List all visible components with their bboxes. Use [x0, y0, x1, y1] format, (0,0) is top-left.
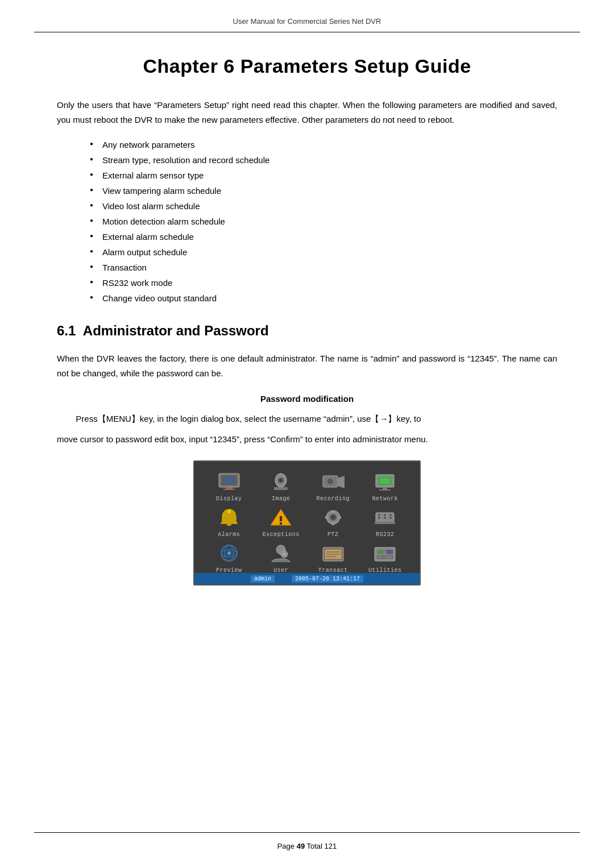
dvr-label-display: Display — [216, 496, 242, 502]
dvr-item-rs232: RS232 — [361, 506, 410, 538]
rs232-icon — [371, 506, 399, 529]
bullet-list: Any network parameters Stream type, reso… — [91, 137, 557, 306]
transact-icon — [320, 542, 347, 565]
display-icon — [215, 471, 243, 493]
svg-point-41 — [227, 551, 231, 555]
press-text-2: move cursor to password edit box, input … — [57, 432, 557, 447]
svg-point-36 — [384, 514, 386, 516]
section-6-1-title: 6.1 Administrator and Password — [57, 323, 557, 339]
dvr-label-network: Network — [372, 496, 398, 502]
dvr-footer-user: admin — [251, 575, 275, 583]
list-item: Any network parameters — [91, 137, 557, 152]
image-icon — [267, 471, 294, 493]
list-item: View tampering alarm schedule — [91, 183, 557, 198]
dvr-item-transact: Transact — [309, 542, 358, 574]
list-item: Alarm output schedule — [91, 244, 557, 260]
svg-point-33 — [384, 517, 386, 519]
svg-marker-9 — [338, 476, 345, 488]
dvr-label-image: Image — [272, 496, 291, 502]
dvr-item-exceptions: Exceptions — [257, 506, 306, 538]
svg-rect-29 — [339, 516, 341, 518]
svg-rect-52 — [386, 550, 393, 554]
recording-icon — [320, 471, 347, 493]
dvr-item-ptz: PTZ — [309, 506, 358, 538]
dvr-footer: admin 2005-07-26 13:41:17 — [194, 573, 420, 584]
preview-icon — [215, 542, 243, 565]
dvr-label-recording: Recording — [316, 496, 350, 502]
list-item: External alarm sensor type — [91, 168, 557, 183]
dvr-label-exceptions: Exceptions — [263, 531, 300, 538]
svg-rect-1 — [221, 475, 237, 485]
svg-point-34 — [389, 517, 392, 519]
dvr-screenshot: Display Image — [193, 460, 421, 585]
svg-rect-28 — [325, 516, 327, 518]
svg-point-19 — [227, 510, 231, 513]
ptz-icon — [320, 506, 347, 529]
main-content: Chapter 6 Parameters Setup Guide Only th… — [0, 32, 614, 637]
section-6-1-paragraph: When the DVR leaves the factory, there i… — [57, 351, 557, 381]
svg-point-32 — [378, 517, 380, 519]
svg-rect-26 — [332, 510, 334, 513]
dvr-item-alarms: Alarms — [205, 506, 254, 538]
dvr-item-user: User — [257, 542, 306, 574]
alarms-icon — [215, 506, 243, 529]
footer-text: Page 49 Total 121 — [277, 842, 337, 850]
svg-point-44 — [283, 553, 286, 556]
svg-point-6 — [280, 479, 282, 481]
page-container: User Manual for Commercial Series Net DV… — [0, 0, 614, 868]
svg-rect-31 — [375, 522, 395, 524]
list-item: Change video output standard — [91, 290, 557, 306]
svg-point-10 — [327, 479, 333, 484]
svg-point-35 — [378, 514, 380, 516]
press-text-1: Press【MENU】key, in the login dialog box,… — [57, 412, 557, 426]
page-header: User Manual for Commercial Series Net DV… — [34, 0, 580, 32]
chapter-title: Chapter 6 Parameters Setup Guide — [57, 55, 557, 77]
intro-paragraph: Only the users that have “Parameters Set… — [57, 98, 557, 127]
sub-heading-password: Password modification — [57, 394, 557, 404]
svg-rect-18 — [227, 524, 231, 526]
dvr-item-network: Network — [361, 471, 410, 502]
utilities-icon — [371, 542, 399, 565]
svg-point-37 — [389, 514, 392, 516]
header-text: User Manual for Commercial Series Net DV… — [233, 17, 381, 26]
dvr-item-image: Image — [257, 471, 306, 502]
list-item: External alarm schedule — [91, 229, 557, 244]
svg-rect-3 — [223, 489, 235, 490]
list-item: Video lost alarm schedule — [91, 198, 557, 214]
dvr-item-preview: Preview — [205, 542, 254, 574]
dvr-label-alarms: Alarms — [218, 531, 240, 538]
dvr-item-recording: Recording — [309, 471, 358, 502]
user-icon — [267, 542, 294, 565]
dvr-screenshot-wrapper: Display Image — [57, 460, 557, 585]
svg-rect-13 — [383, 487, 387, 489]
svg-rect-7 — [274, 487, 288, 490]
dvr-label-ptz: PTZ — [327, 531, 339, 538]
list-item: Stream type, resolution and record sched… — [91, 152, 557, 168]
list-item: Transaction — [91, 260, 557, 275]
svg-point-25 — [332, 516, 334, 518]
dvr-footer-datetime: 2005-07-26 13:41:17 — [292, 575, 363, 583]
svg-rect-14 — [379, 489, 391, 491]
svg-rect-2 — [226, 487, 233, 489]
page-footer: Page 49 Total 121 — [34, 832, 580, 851]
dvr-label-rs232: RS232 — [376, 531, 395, 538]
dvr-item-display: Display — [205, 471, 254, 502]
svg-rect-27 — [332, 523, 334, 525]
list-item: Motion detection alarm schedule — [91, 214, 557, 229]
list-item: RS232 work mode — [91, 275, 557, 290]
dvr-menu-grid: Display Image — [205, 471, 409, 574]
svg-rect-22 — [280, 522, 282, 525]
svg-rect-51 — [377, 550, 385, 554]
svg-rect-21 — [280, 516, 282, 521]
exceptions-icon — [267, 506, 294, 529]
dvr-item-utilities: Utilities — [361, 542, 410, 574]
network-icon — [371, 471, 399, 493]
